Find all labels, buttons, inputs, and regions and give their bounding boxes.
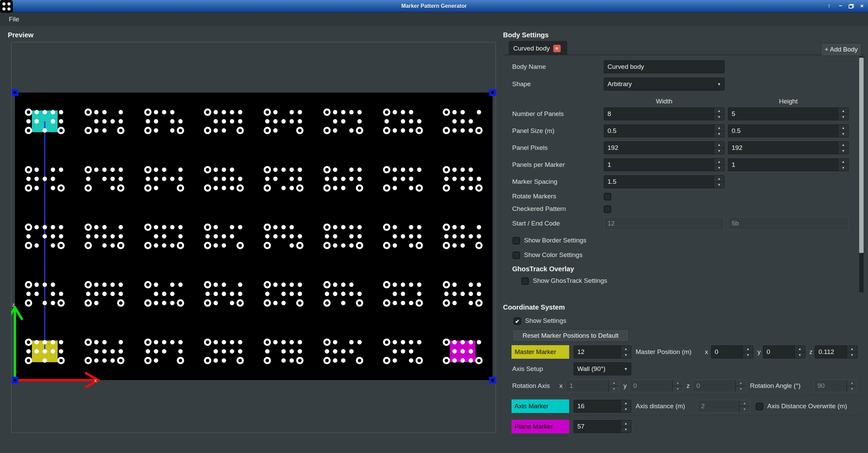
spin-up-icon[interactable]: ▲	[838, 142, 848, 148]
scrollbar-thumb[interactable]	[859, 58, 864, 253]
shape-select[interactable]: Arbitrary ▼	[604, 78, 725, 91]
spin-up-icon[interactable]: ▲	[838, 125, 848, 131]
spin-up-icon[interactable]: ▲	[621, 400, 631, 406]
marker-dot	[111, 292, 115, 296]
tab-curved-body[interactable]: Curved body ×	[509, 41, 567, 55]
marker-dot	[178, 225, 183, 230]
ppm-height-input[interactable]	[728, 159, 838, 171]
marker-dot	[146, 177, 150, 181]
spin-down-icon[interactable]: ▼	[714, 148, 724, 154]
show-settings-checkbox[interactable]: ✔	[514, 317, 521, 325]
axis-distance-overwrite-checkbox[interactable]	[756, 403, 763, 410]
panel-size-width-input[interactable]	[604, 125, 714, 137]
marker-dot	[230, 110, 234, 114]
spin-up-icon[interactable]: ▲	[621, 420, 631, 427]
panels-height-input[interactable]	[728, 108, 838, 120]
marker-dot	[94, 234, 99, 239]
master-z-input[interactable]	[815, 346, 847, 358]
axis-distance-overwrite-label: Axis Distance Overwrite (m)	[767, 400, 847, 413]
marker-dot	[43, 128, 47, 133]
show-color-settings-checkbox[interactable]	[513, 252, 520, 259]
spin-down-icon[interactable]: ▼	[743, 352, 753, 358]
spin-up-icon[interactable]: ▲	[714, 108, 724, 114]
marker-dot	[282, 119, 286, 123]
rotation-x-input[interactable]	[566, 380, 609, 392]
marker-dot	[222, 292, 226, 296]
spin-down-icon[interactable]: ▼	[838, 148, 848, 154]
marker-dot	[170, 282, 175, 287]
menu-file[interactable]: File	[7, 13, 21, 26]
panel-pixels-height-input[interactable]	[728, 142, 838, 154]
rotate-markers-checkbox[interactable]	[604, 193, 611, 200]
spin-down-icon[interactable]: ▼	[621, 352, 631, 358]
spin-down-icon[interactable]: ▼	[714, 114, 724, 120]
panels-width-input[interactable]	[604, 108, 714, 120]
add-body-button[interactable]: + Add Body	[821, 43, 862, 56]
marker-dot	[230, 168, 234, 172]
start-code-input[interactable]	[604, 217, 724, 230]
spin-up-icon[interactable]: ▲	[621, 346, 631, 352]
marker-dot	[59, 234, 63, 239]
spin-up-icon[interactable]: ▲	[838, 159, 848, 165]
marker-dot	[170, 177, 175, 181]
marker-dot	[111, 186, 115, 190]
spin-up-icon[interactable]: ▲	[743, 346, 753, 352]
spin-up-icon[interactable]: ▲	[714, 176, 724, 182]
spin-down-icon[interactable]: ▼	[838, 165, 848, 171]
spin-down-icon[interactable]: ▼	[714, 165, 724, 171]
panel-pixels-width-input[interactable]	[604, 142, 714, 154]
spin-down-icon[interactable]: ▼	[847, 352, 857, 358]
spin-up-icon[interactable]: ▲	[714, 125, 724, 131]
axis-setup-select[interactable]: Wall (90°) ▼	[574, 362, 631, 375]
axis-marker-input[interactable]	[574, 400, 620, 412]
spin-up-icon[interactable]: ▲	[714, 159, 724, 165]
close-button[interactable]: ×	[859, 3, 865, 9]
ppm-width-input[interactable]	[604, 159, 714, 171]
tab-close-icon[interactable]: ×	[553, 45, 561, 52]
rollup-button[interactable]: ↑	[826, 3, 832, 9]
spin-down-icon[interactable]: ▼	[621, 406, 631, 413]
marker-dot	[409, 128, 413, 133]
show-border-settings-checkbox[interactable]	[513, 237, 520, 244]
master-y-input[interactable]	[763, 346, 794, 358]
axis-distance-spinbox: ▲▼	[697, 400, 750, 413]
spin-up-icon[interactable]: ▲	[838, 108, 848, 114]
spin-down-icon[interactable]: ▼	[621, 427, 631, 433]
spin-up-icon[interactable]: ▲	[847, 346, 857, 352]
check-icon: ✔	[515, 319, 520, 324]
preview-canvas[interactable]: zx	[11, 42, 496, 433]
rotation-angle-input[interactable]	[814, 380, 847, 392]
end-code-input[interactable]	[728, 217, 848, 230]
marker-dot	[214, 282, 218, 287]
marker-dot	[111, 119, 115, 123]
marker-dot	[154, 168, 158, 172]
checkered-pattern-checkbox[interactable]	[604, 205, 611, 213]
plane-marker-input[interactable]	[574, 420, 620, 433]
restore-icon[interactable]	[849, 4, 854, 8]
show-ghostrack-settings-checkbox[interactable]	[521, 277, 529, 285]
panel-size-height-input[interactable]	[728, 125, 838, 137]
marker-dot	[452, 358, 457, 363]
marker-dot	[333, 358, 337, 363]
spin-down-icon[interactable]: ▼	[714, 131, 724, 137]
rotation-y-input[interactable]	[630, 380, 672, 392]
spin-up-icon[interactable]: ▲	[714, 142, 724, 148]
canvas-corner-handle-hole	[491, 379, 494, 381]
master-x-input[interactable]	[711, 346, 742, 358]
marker-spacing-input[interactable]	[604, 176, 714, 188]
spin-down-icon[interactable]: ▼	[714, 182, 724, 188]
body-name-input[interactable]	[604, 61, 724, 73]
marker-dot	[469, 358, 473, 363]
marker-dot	[341, 225, 346, 230]
master-marker-input[interactable]	[574, 346, 620, 358]
spin-up-icon[interactable]: ▲	[795, 346, 805, 352]
spin-down-icon[interactable]: ▼	[838, 114, 848, 120]
marker-dot	[51, 225, 55, 230]
spin-down-icon[interactable]: ▼	[795, 352, 805, 358]
minimize-button[interactable]: −	[837, 3, 844, 9]
reset-marker-positions-button[interactable]: Reset Marker Positions to Default	[512, 329, 629, 342]
rotation-axis-label: Rotation Axis	[512, 379, 550, 392]
spin-down-icon[interactable]: ▼	[838, 131, 848, 137]
axis-distance-input[interactable]	[698, 400, 739, 412]
rotation-z-input[interactable]	[693, 380, 735, 392]
